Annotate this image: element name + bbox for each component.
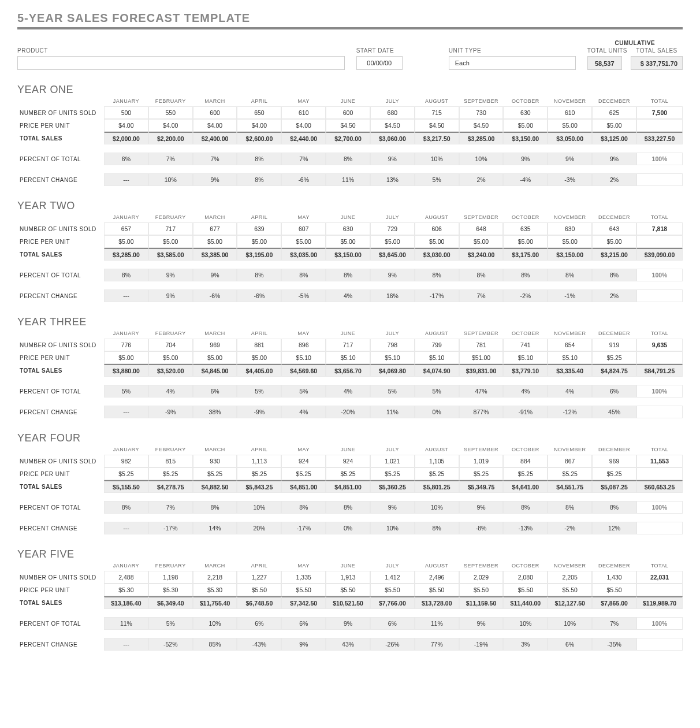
cell-pct-total: 5% (370, 385, 415, 398)
cell-pct-total: 6% (104, 153, 148, 165)
year5-title: YEAR FIVE (17, 548, 683, 560)
cell-price: $5.30 (193, 584, 237, 596)
month-header: OCTOBER (503, 562, 548, 571)
cell-price: $5.25 (148, 467, 193, 480)
cell-units: 635 (503, 222, 548, 235)
cell-sales: $3,035.00 (281, 248, 326, 261)
cell-pct-total: 8% (503, 501, 548, 514)
row-label-pct-change: PERCENT CHANGE (17, 173, 104, 186)
cell-pct-change: 9% (193, 173, 237, 186)
cell-pct-total: 8% (193, 501, 237, 514)
month-header: JUNE (326, 562, 370, 571)
unittype-input[interactable] (449, 56, 576, 70)
cell-pct-total: 8% (548, 269, 592, 281)
product-label: PRODUCT (17, 47, 345, 54)
cell-price: $4.00 (104, 119, 148, 132)
cell-price: $4.50 (459, 119, 504, 132)
month-header: MARCH (193, 213, 237, 222)
cell-sales: $3,520.00 (148, 364, 193, 377)
cell-pct-change: 45% (592, 406, 636, 418)
month-header: NOVEMBER (548, 445, 592, 455)
cell-pct-total-total: 100% (636, 501, 683, 514)
total-units-label: TOTAL UNITS (587, 47, 627, 54)
cell-price: $5.00 (148, 235, 193, 248)
cell-pct-total: 9% (503, 153, 548, 165)
cell-price: $5.00 (548, 119, 592, 132)
cell-pct-change: --- (104, 522, 148, 534)
cell-sales: $3,585.00 (148, 248, 193, 261)
cell-units: 677 (193, 222, 237, 235)
row-label-units: NUMBER OF UNITS SOLD (17, 106, 104, 119)
cell-price-total (636, 584, 683, 596)
cell-units: 630 (326, 222, 370, 235)
total-header: TOTAL (636, 445, 683, 455)
cell-price: $5.00 (104, 351, 148, 364)
row-label-pct-change: PERCENT CHANGE (17, 638, 104, 651)
month-header: APRIL (237, 562, 281, 571)
cell-pct-total: 5% (237, 385, 281, 398)
cumulative-label: CUMULATIVE (587, 40, 683, 46)
cell-pct-change: 8% (415, 522, 459, 534)
cell-pct-change: -6% (281, 173, 326, 186)
month-header: JANUARY (104, 562, 148, 571)
year4-block: YEAR FOURJANUARYFEBRUARYMARCHAPRILMAYJUN… (17, 432, 683, 534)
unittype-label: UNIT TYPE (449, 47, 576, 54)
cell-pct-change: 43% (326, 638, 370, 651)
cell-sales: $3,050.00 (548, 132, 592, 144)
cell-pct-total: 7% (148, 153, 193, 165)
month-header: JUNE (326, 445, 370, 455)
cell-sales: $3,215.00 (592, 248, 636, 261)
year5-block: YEAR FIVEJANUARYFEBRUARYMARCHAPRILMAYJUN… (17, 548, 683, 651)
cell-units: 730 (459, 106, 504, 119)
cell-pct-total: 4% (503, 385, 548, 398)
cell-price: $5.50 (592, 584, 636, 596)
month-header: APRIL (237, 329, 281, 339)
row-label-sales: TOTAL SALES (17, 132, 104, 144)
cell-sales: $4,069.80 (370, 364, 415, 377)
cell-units: 776 (104, 339, 148, 351)
cell-pct-total: 7% (193, 153, 237, 165)
product-input[interactable] (17, 56, 345, 70)
startdate-input[interactable] (356, 56, 403, 70)
cell-units: 625 (592, 106, 636, 119)
row-label-units: NUMBER OF UNITS SOLD (17, 339, 104, 351)
cell-pct-total: 10% (193, 617, 237, 630)
cell-sales: $4,641.00 (503, 480, 548, 493)
cell-price-total (636, 119, 683, 132)
cell-sales: $4,824.75 (592, 364, 636, 377)
month-header: JUNE (326, 213, 370, 222)
cell-sales-total: $33,227.50 (636, 132, 683, 144)
cell-pct-change: 2% (459, 173, 504, 186)
cell-units: 881 (237, 339, 281, 351)
cell-units: 610 (281, 106, 326, 119)
cell-pct-change: 8% (237, 173, 281, 186)
cell-sales: $3,880.00 (104, 364, 148, 377)
cell-sales: $6,748.50 (237, 596, 281, 609)
page-title: 5-YEAR SALES FORECAST TEMPLATE (17, 12, 683, 29)
cell-pct-total: 9% (459, 617, 504, 630)
month-header: AUGUST (415, 329, 459, 339)
cell-units: 717 (326, 339, 370, 351)
row-label-pct-total: PERCENT OF TOTAL (17, 617, 104, 630)
cell-units: 2,218 (193, 571, 237, 584)
cell-units: 680 (370, 106, 415, 119)
month-header: MAY (281, 329, 326, 339)
month-header: APRIL (237, 213, 281, 222)
row-label-sales: TOTAL SALES (17, 364, 104, 377)
cell-pct-total: 11% (415, 617, 459, 630)
cell-sales: $4,569.60 (281, 364, 326, 377)
cell-price: $5.25 (592, 351, 636, 364)
cell-units: 2,496 (415, 571, 459, 584)
cell-units: 1,335 (281, 571, 326, 584)
cell-price: $5.50 (370, 584, 415, 596)
cell-pct-total: 9% (370, 269, 415, 281)
cell-units: 729 (370, 222, 415, 235)
cell-pct-change: -20% (326, 406, 370, 418)
month-header: JULY (370, 445, 415, 455)
cell-price: $5.00 (592, 119, 636, 132)
cell-price: $51.00 (459, 351, 504, 364)
cell-units: 657 (104, 222, 148, 235)
cell-pct-change-total (636, 173, 683, 186)
cell-price: $5.30 (148, 584, 193, 596)
cell-sales: $11,755.40 (193, 596, 237, 609)
